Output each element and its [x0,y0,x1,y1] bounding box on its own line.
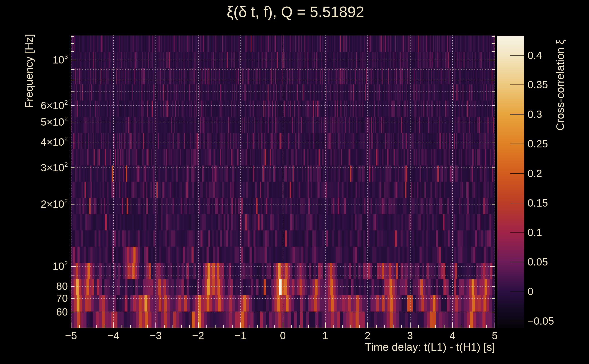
correlation-heatmap-canvas [0,0,589,364]
colorbar-tick-label: 0.25 [528,138,548,150]
x-tick-label: −2 [180,330,216,341]
y-tick-label: 2×102 [0,198,68,210]
colorbar-tick-label: 0.05 [528,256,548,268]
x-tick-label: −1 [222,330,259,341]
colorbar-tick-label: 0 [528,285,533,298]
y-tick-label: 80 [0,280,68,292]
y-tick-label: 3×102 [0,162,68,174]
x-tick-label: −4 [95,330,131,341]
colorbar-title: Cross-correlation ξ [554,21,566,149]
y-tick-label: 70 [0,292,68,304]
x-tick-label: 1 [307,330,343,341]
colorbar-tick-label: 0.1 [528,226,542,238]
y-tick-label: 4×102 [0,136,68,148]
x-tick-label: 2 [349,330,386,341]
x-tick-label: 5 [477,330,513,341]
colorbar-tick-label: 0.2 [528,167,542,180]
y-tick-label: 103 [0,54,68,66]
y-tick-label: 6×102 [0,99,68,112]
colorbar-tick-label: 0.35 [528,78,548,91]
y-tick-label: 102 [0,260,68,272]
colorbar-tick-label: 0.15 [528,197,548,209]
qscan-cross-correlation-figure: ξ(δ t, f), Q = 5.51892 Frequency [Hz] Ti… [0,0,589,364]
x-tick-label: 0 [265,330,301,341]
x-tick-label: 3 [392,330,428,341]
x-axis-title: Time delay: t(L1) - t(H1) [s] [268,342,495,353]
plot-title: ξ(δ t, f), Q = 5.51892 [136,4,455,20]
x-tick-label: −5 [53,330,89,341]
x-tick-label: −3 [137,330,174,341]
x-tick-label: 4 [434,330,471,341]
colorbar-tick-label: −0.05 [528,315,554,327]
colorbar-tick-label: 0.4 [528,49,542,61]
y-tick-label: 60 [0,306,68,318]
colorbar-tick-label: 0.3 [528,108,542,120]
y-tick-label: 5×102 [0,116,68,128]
